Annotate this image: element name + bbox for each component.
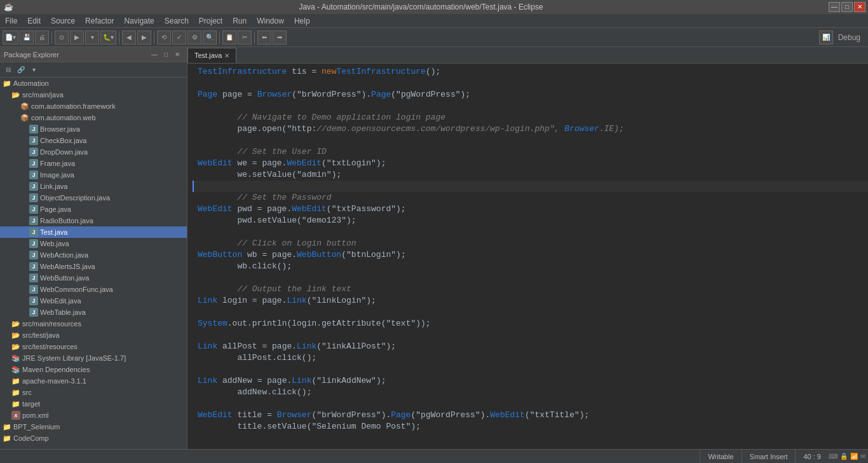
tree-item-com-automation-framework[interactable]: 📦com.automation.framework [0,100,187,112]
menu-project[interactable]: Project [194,14,227,27]
tree-item-target[interactable]: 📁target [0,398,187,410]
tree-item-webalertsjs-java[interactable]: JWebAlertsJS.java [0,261,187,272]
pe-link-with-editor[interactable]: 🔗 [15,64,27,76]
tree-item-jre-system-library[interactable]: 📚JRE System Library [JavaSE-1.7] [0,352,187,364]
status-icon-1: ⌨ [829,453,837,460]
tree-item-dropdown-java[interactable]: JDropDown.java [0,146,187,158]
print-button[interactable]: 🖨 [35,31,49,45]
menu-refactor[interactable]: Refactor [80,14,119,27]
tree-item-com-automation-web[interactable]: 📦com.automation.web [0,112,187,123]
tb-action-4[interactable]: 🔍 [203,31,217,45]
status-right: ⌨ 🔒 📶 ✉ [829,453,868,460]
code-line: WebButton wb = page.WebButton("btnLogin"… [193,249,868,261]
tree-item-webcommonfunc-java[interactable]: JWebCommonFunc.java [0,284,187,295]
code-line: allPost.click(); [193,352,868,364]
debug-button[interactable]: 🐛▾ [100,31,116,45]
code-editor: Test.java ✕ TestInfrastructure tis = new… [187,47,868,449]
tb-action-8[interactable]: ➡ [273,31,287,45]
run-last-button[interactable]: ⊙ [55,31,69,45]
pe-maximize-button[interactable]: □ [160,49,172,60]
code-line: TestInfrastructure tis = new TestInfrast… [193,66,868,78]
tree-item-webedit-java[interactable]: JWebEdit.java [0,295,187,307]
tree-item-objectdescription-java[interactable]: JObjectDescription.java [0,192,187,204]
tree-item-web-java[interactable]: JWeb.java [0,238,187,249]
close-button[interactable]: ✕ [854,2,865,12]
menu-source[interactable]: Source [46,14,80,27]
code-area[interactable]: TestInfrastructure tis = new TestInfrast… [187,64,868,449]
tree-item-src[interactable]: 📁src [0,387,187,398]
tree-item-webaction-java[interactable]: JWebAction.java [0,249,187,261]
tree-item-automation[interactable]: 📁Automation [0,78,187,89]
tree-item-test-java[interactable]: JTest.java [0,226,187,238]
tree-item-webbutton-java[interactable]: JWebButton.java [0,272,187,284]
menu-file[interactable]: File [0,14,22,27]
tree-item-src-test-java[interactable]: 📂src/test/java [0,329,187,341]
tree-item-pom-xml[interactable]: Xpom.xml [0,410,187,421]
tree-item-checkbox-java[interactable]: JCheckBox.java [0,135,187,146]
code-line [193,100,868,112]
code-line: page.open("http://demo.opensourcecms.com… [193,123,868,135]
perspective-button[interactable]: 📊 [819,31,833,45]
menu-run[interactable]: Run [227,14,252,27]
toolbar-sep-5 [254,31,255,44]
menu-window[interactable]: Window [252,14,289,27]
tab-test-java[interactable]: Test.java ✕ [187,48,236,63]
code-line: WebEdit pwd = page.WebEdit("txtPassword"… [193,204,868,215]
toolbar: 📄▾ 💾 🖨 ⊙ ▶ ▾ 🐛▾ ◀ ▶ ⟲ ✓ ⚙ 🔍 📋 ✂ ⬅ ➡ 📊 De… [0,28,868,47]
package-explorer-title: Package Explorer [4,51,149,59]
tree-item-bpt-selenium[interactable]: 📁BPT_Selenium [0,421,187,432]
tb-action-6[interactable]: ✂ [238,31,252,45]
run-dropdown[interactable]: ▾ [85,31,99,45]
status-center: Writable Smart Insert 40 : 9 [700,450,829,464]
tree-item-link-java[interactable]: JLink.java [0,181,187,192]
tree-item-codecomp[interactable]: 📁CodeComp [0,432,187,444]
code-line: System.out.println(login.getAttribute("t… [193,318,868,329]
tb-action-3[interactable]: ⚙ [187,31,201,45]
tree-item-src-main-resources[interactable]: 📂src/main/resources [0,318,187,329]
pe-collapse-all[interactable]: ⊟ [3,64,14,76]
tab-close-button[interactable]: ✕ [224,52,229,59]
toolbar-sep-1 [51,31,52,44]
code-line: addNew.click(); [193,387,868,398]
new-button[interactable]: 📄▾ [3,31,18,45]
tree-item-src-main-java[interactable]: 📂src/main/java [0,89,187,100]
editor-tabs: Test.java ✕ [187,47,868,64]
run-button[interactable]: ▶ [70,31,84,45]
code-line: // Click on Login button [193,238,868,249]
tb-action-2[interactable]: ✓ [172,31,186,45]
maximize-button[interactable]: □ [841,2,853,12]
menu-edit[interactable]: Edit [22,14,46,27]
pe-minimize-button[interactable]: — [149,49,160,60]
tree-item-browser-java[interactable]: JBrowser.java [0,123,187,135]
save-button[interactable]: 💾 [20,31,34,45]
pe-view-menu[interactable]: ▾ [28,64,39,76]
code-line [193,329,868,341]
status-icon-4: ✉ [860,453,865,460]
tree-item-page-java[interactable]: JPage.java [0,204,187,215]
next-edit-button[interactable]: ▶ [137,31,151,45]
code-line: pwd.setValue("demo123"); [193,215,868,226]
tb-action-5[interactable]: 📋 [222,31,236,45]
main-area: Package Explorer — □ ✕ ⊟ 🔗 ▾ 📁Automation… [0,47,868,449]
tree-item-src-test-resources[interactable]: 📂src/test/resources [0,341,187,352]
tree-item-radiobutton-java[interactable]: JRadioButton.java [0,215,187,226]
pe-close-button[interactable]: ✕ [172,49,183,60]
tree-item-apache-maven[interactable]: 📁apache-maven-3.1.1 [0,375,187,387]
minimize-button[interactable]: — [829,2,840,12]
menu-help[interactable]: Help [289,14,315,27]
tb-action-7[interactable]: ⬅ [257,31,271,45]
menu-navigate[interactable]: Navigate [119,14,159,27]
tree-item-frame-java[interactable]: JFrame.java [0,158,187,169]
prev-edit-button[interactable]: ◀ [122,31,136,45]
code-line: // Set the User ID [193,146,868,158]
menu-search[interactable]: Search [159,14,194,27]
package-explorer-tree: 📁Automation📂src/main/java📦com.automation… [0,78,187,449]
tb-action-1[interactable]: ⟲ [157,31,171,45]
tree-item-webtable-java[interactable]: JWebTable.java [0,307,187,318]
code-line: // Navigate to Demo application login pa… [193,112,868,123]
tree-item-image-java[interactable]: JImage.java [0,169,187,181]
code-line [193,78,868,89]
menu-bar: File Edit Source Refactor Navigate Searc… [0,14,868,28]
tree-item-maven-dependencies[interactable]: 📚Maven Dependencies [0,364,187,375]
code-line: Page page = Browser("brWordPress").Page(… [193,89,868,100]
